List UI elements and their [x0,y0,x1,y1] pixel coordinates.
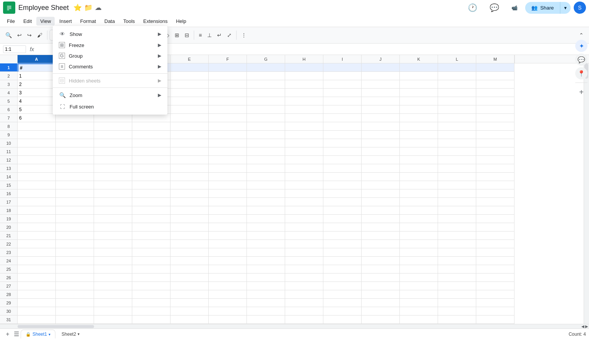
cell-L6[interactable] [438,105,476,114]
cell-A15[interactable] [18,181,56,189]
cell-K4[interactable] [400,89,438,97]
cell-G2[interactable] [247,72,285,80]
cell-L9[interactable] [438,131,476,139]
cell-F4[interactable] [209,89,247,97]
doc-title[interactable]: Employee Sheet [18,4,69,12]
cell-H14[interactable] [285,173,323,181]
meet-button[interactable]: 📹 [507,3,522,13]
gemini-sidebar-icon[interactable]: ✦ [575,40,587,52]
cell-H26[interactable] [285,273,323,282]
cell-A30[interactable] [18,307,56,315]
cell-F6[interactable] [209,105,247,114]
cell-F11[interactable] [209,147,247,156]
cell-I20[interactable] [323,223,362,231]
cell-G18[interactable] [247,206,285,215]
cell-I11[interactable] [323,147,362,156]
cell-G3[interactable] [247,80,285,89]
cell-B12[interactable] [56,156,94,164]
row-number-17[interactable]: 17 [0,198,17,206]
cell-C31[interactable] [94,315,132,324]
menu-format[interactable]: Format [76,17,100,26]
cell-G17[interactable] [247,198,285,206]
view-menu-freeze[interactable]: ⊞ Freeze ▶ [53,40,167,50]
paint-format-button[interactable]: 🖌 [35,31,45,40]
cell-C16[interactable] [94,189,132,198]
cell-K15[interactable] [400,181,438,189]
cell-M10[interactable] [476,139,514,147]
sheet1-dropdown[interactable]: ▾ [49,332,50,336]
redo-button[interactable]: ↪ [25,31,34,40]
cell-H16[interactable] [285,189,323,198]
cell-H27[interactable] [285,282,323,290]
cell-G12[interactable] [247,156,285,164]
cell-H31[interactable] [285,315,323,324]
cell-B31[interactable] [56,315,94,324]
cell-G10[interactable] [247,139,285,147]
cell-E15[interactable] [170,181,209,189]
cell-C23[interactable] [94,248,132,257]
cell-H24[interactable] [285,257,323,265]
cell-C18[interactable] [94,206,132,215]
cell-D11[interactable] [132,147,170,156]
cell-L16[interactable] [438,189,476,198]
cell-M27[interactable] [476,282,514,290]
align-h-button[interactable]: ≡ [196,31,204,40]
chat-sidebar-icon[interactable]: 💬 [575,53,587,66]
sheet-list-button[interactable]: ☰ [14,330,19,338]
cell-M15[interactable] [476,181,514,189]
cell-F7[interactable] [209,114,247,122]
menu-tools[interactable]: Tools [119,17,138,26]
cell-E1[interactable] [170,63,209,72]
maps-sidebar-icon[interactable]: 📍 [575,67,587,79]
cell-H17[interactable] [285,198,323,206]
menu-file[interactable]: File [3,17,19,26]
star-icon[interactable]: ⭐ [73,3,82,12]
cell-D12[interactable] [132,156,170,164]
cell-K19[interactable] [400,215,438,223]
cell-H7[interactable] [285,114,323,122]
cell-B20[interactable] [56,223,94,231]
cell-M28[interactable] [476,290,514,299]
cell-A23[interactable] [18,248,56,257]
menu-edit[interactable]: Edit [19,17,36,26]
cell-C13[interactable] [94,164,132,173]
scroll-left-icon[interactable]: ◀ [581,324,584,328]
cell-H28[interactable] [285,290,323,299]
cell-H6[interactable] [285,105,323,114]
cell-D7[interactable] [132,114,170,122]
merge-cells-button[interactable]: ⊟ [182,31,191,40]
cell-H15[interactable] [285,181,323,189]
cell-K20[interactable] [400,223,438,231]
cell-L28[interactable] [438,290,476,299]
cell-I16[interactable] [323,189,362,198]
cell-A13[interactable] [18,164,56,173]
cell-K3[interactable] [400,80,438,89]
cell-L27[interactable] [438,282,476,290]
cell-C28[interactable] [94,290,132,299]
cell-G14[interactable] [247,173,285,181]
cell-J28[interactable] [362,290,400,299]
cell-J14[interactable] [362,173,400,181]
add-sidebar-icon[interactable]: + [575,86,587,98]
cell-L14[interactable] [438,173,476,181]
cell-G11[interactable] [247,147,285,156]
cell-A25[interactable] [18,265,56,273]
cell-G1[interactable] [247,63,285,72]
cell-E22[interactable] [170,240,209,248]
cell-C17[interactable] [94,198,132,206]
cell-I5[interactable] [323,97,362,105]
cell-M25[interactable] [476,265,514,273]
cell-F8[interactable] [209,122,247,131]
cell-J25[interactable] [362,265,400,273]
cell-C25[interactable] [94,265,132,273]
cell-K10[interactable] [400,139,438,147]
cell-F14[interactable] [209,173,247,181]
cell-K24[interactable] [400,257,438,265]
cell-L29[interactable] [438,299,476,307]
cell-F20[interactable] [209,223,247,231]
cell-C8[interactable] [94,122,132,131]
cell-E14[interactable] [170,173,209,181]
cell-I10[interactable] [323,139,362,147]
cell-A16[interactable] [18,189,56,198]
cell-A26[interactable] [18,273,56,282]
